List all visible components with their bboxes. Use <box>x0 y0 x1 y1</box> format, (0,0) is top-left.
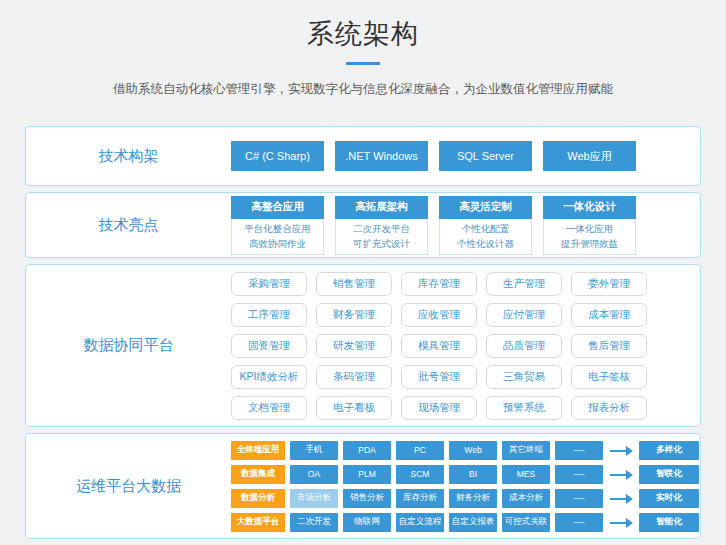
highlight-card-body: 二次开发平台可扩充式设计 <box>335 219 428 255</box>
platform-module-tag[interactable]: 固资管理 <box>231 334 307 358</box>
ops-item-button[interactable]: 二次开发 <box>290 513 338 532</box>
tech-stack-button[interactable]: Web应用 <box>543 141 636 171</box>
section-tech-stack: 技术构架 C# (C Sharp).NET WindowsSQL ServerW… <box>25 126 701 186</box>
tech-stack-button[interactable]: C# (C Sharp) <box>231 141 324 171</box>
platform-module-tag[interactable]: 工序管理 <box>231 303 307 327</box>
highlight-card-line: 个性化配置 <box>440 221 531 236</box>
tech-stack-buttons: C# (C Sharp).NET WindowsSQL ServerWeb应用 <box>231 141 636 171</box>
platform-module-tag[interactable]: 采购管理 <box>231 272 307 296</box>
highlight-card: 高灵活定制个性化配置个性化设计器 <box>439 196 532 255</box>
ops-item-button[interactable]: PDA <box>343 441 391 460</box>
right-arrow-icon <box>608 465 634 484</box>
platform-module-tag[interactable]: KPI绩效分析 <box>231 365 307 389</box>
highlight-card-line: 平台化整合应用 <box>232 221 323 236</box>
platform-module-tag[interactable]: 批号管理 <box>401 365 477 389</box>
platform-module-tag[interactable]: 品质管理 <box>486 334 562 358</box>
ops-row: 数据集成OAPLMSCMBIMES----智联化 <box>231 465 699 484</box>
ops-item-button[interactable]: 市场分析 <box>290 489 338 508</box>
platform-module-tag[interactable]: 售后管理 <box>571 334 647 358</box>
highlight-card-title: 高拓展架构 <box>335 196 428 219</box>
ops-item-button[interactable]: 财务分析 <box>449 489 497 508</box>
highlight-card: 一体化设计一体化应用提升管理效益 <box>543 196 636 255</box>
ops-result-label: 多样化 <box>639 441 699 460</box>
ops-category-label: 大数据平台 <box>231 513 285 532</box>
ops-result-label: 智联化 <box>639 465 699 484</box>
ops-item-button[interactable]: BI <box>449 465 497 484</box>
section-label-highlights: 技术亮点 <box>26 216 231 235</box>
platform-module-tag[interactable]: 销售管理 <box>316 272 392 296</box>
platform-module-tag[interactable]: 研发管理 <box>316 334 392 358</box>
right-arrow-icon <box>608 489 634 508</box>
section-label-ops-platform: 运维平台大数据 <box>26 477 231 496</box>
platform-module-tag[interactable]: 三角贸易 <box>486 365 562 389</box>
highlight-card-body: 平台化整合应用高效协同作业 <box>231 219 324 255</box>
platform-module-tag[interactable]: 库存管理 <box>401 272 477 296</box>
ops-item-button[interactable]: 可控式关联 <box>502 513 550 532</box>
ops-item-button[interactable]: MES <box>502 465 550 484</box>
highlight-card: 高拓展架构二次开发平台可扩充式设计 <box>335 196 428 255</box>
section-label-data-platform: 数据协同平台 <box>26 336 231 355</box>
platform-module-tag[interactable]: 预警系统 <box>486 396 562 420</box>
page-title: 系统架构 <box>0 16 726 52</box>
platform-module-tag[interactable]: 模具管理 <box>401 334 477 358</box>
highlight-card-line: 可扩充式设计 <box>336 236 427 251</box>
title-divider <box>346 62 380 65</box>
right-arrow-icon <box>608 513 634 532</box>
ops-item-button[interactable]: 物联网 <box>343 513 391 532</box>
highlight-card-body: 一体化应用提升管理效益 <box>543 219 636 255</box>
right-arrow-icon <box>608 441 634 460</box>
ops-item-button[interactable]: 库存分析 <box>396 489 444 508</box>
ops-item-button[interactable]: PC <box>396 441 444 460</box>
highlight-card: 高整合应用平台化整合应用高效协同作业 <box>231 196 324 255</box>
ops-category-label: 数据分析 <box>231 489 285 508</box>
ops-item-button[interactable]: ---- <box>555 489 603 508</box>
highlight-card-title: 一体化设计 <box>543 196 636 219</box>
tech-stack-button[interactable]: SQL Server <box>439 141 532 171</box>
platform-module-tag[interactable]: 报表分析 <box>571 396 647 420</box>
ops-item-button[interactable]: OA <box>290 465 338 484</box>
ops-item-button[interactable]: 成本分析 <box>502 489 550 508</box>
data-platform-grid: 采购管理销售管理库存管理生产管理委外管理工序管理财务管理应收管理应付管理成本管理… <box>231 272 647 420</box>
highlight-card-line: 二次开发平台 <box>336 221 427 236</box>
platform-module-tag[interactable]: 电子签核 <box>571 365 647 389</box>
highlight-card-title: 高整合应用 <box>231 196 324 219</box>
ops-category-label: 全终端应用 <box>231 441 285 460</box>
tech-stack-button[interactable]: .NET Windows <box>335 141 428 171</box>
ops-result-label: 智能化 <box>639 513 699 532</box>
platform-module-tag[interactable]: 现场管理 <box>401 396 477 420</box>
page-header: 系统架构 借助系统自动化核心管理引擎，实现数字化与信息化深度融合，为企业数值化管… <box>0 0 726 98</box>
section-ops-platform: 运维平台大数据 全终端应用手机PDAPCWeb其它终端----多样化数据集成OA… <box>25 433 701 539</box>
ops-item-button[interactable]: ---- <box>555 465 603 484</box>
highlight-card-title: 高灵活定制 <box>439 196 532 219</box>
platform-module-tag[interactable]: 电子看板 <box>316 396 392 420</box>
ops-item-button[interactable]: PLM <box>343 465 391 484</box>
ops-item-button[interactable]: 自定义报表 <box>449 513 497 532</box>
highlight-card-line: 一体化应用 <box>544 221 635 236</box>
platform-module-tag[interactable]: 文档管理 <box>231 396 307 420</box>
ops-platform-rows: 全终端应用手机PDAPCWeb其它终端----多样化数据集成OAPLMSCMBI… <box>231 441 699 532</box>
ops-item-button[interactable]: SCM <box>396 465 444 484</box>
platform-module-tag[interactable]: 成本管理 <box>571 303 647 327</box>
ops-row: 全终端应用手机PDAPCWeb其它终端----多样化 <box>231 441 699 460</box>
ops-item-button[interactable]: Web <box>449 441 497 460</box>
ops-item-button[interactable]: 销售分析 <box>343 489 391 508</box>
platform-module-tag[interactable]: 委外管理 <box>571 272 647 296</box>
ops-result-label: 实时化 <box>639 489 699 508</box>
ops-item-button[interactable]: 其它终端 <box>502 441 550 460</box>
highlight-card-line: 高效协同作业 <box>232 236 323 251</box>
platform-module-tag[interactable]: 应收管理 <box>401 303 477 327</box>
ops-item-button[interactable]: 手机 <box>290 441 338 460</box>
highlight-card-line: 个性化设计器 <box>440 236 531 251</box>
ops-item-button[interactable]: ---- <box>555 513 603 532</box>
ops-item-button[interactable]: 自定义流程 <box>396 513 444 532</box>
platform-module-tag[interactable]: 条码管理 <box>316 365 392 389</box>
platform-module-tag[interactable]: 应付管理 <box>486 303 562 327</box>
ops-item-button[interactable]: ---- <box>555 441 603 460</box>
page-subtitle: 借助系统自动化核心管理引擎，实现数字化与信息化深度融合，为企业数值化管理应用赋能 <box>0 81 726 98</box>
ops-category-label: 数据集成 <box>231 465 285 484</box>
architecture-diagram: 技术构架 C# (C Sharp).NET WindowsSQL ServerW… <box>25 126 701 539</box>
highlight-card-body: 个性化配置个性化设计器 <box>439 219 532 255</box>
platform-module-tag[interactable]: 财务管理 <box>316 303 392 327</box>
platform-module-tag[interactable]: 生产管理 <box>486 272 562 296</box>
highlight-cards: 高整合应用平台化整合应用高效协同作业高拓展架构二次开发平台可扩充式设计高灵活定制… <box>231 196 636 255</box>
